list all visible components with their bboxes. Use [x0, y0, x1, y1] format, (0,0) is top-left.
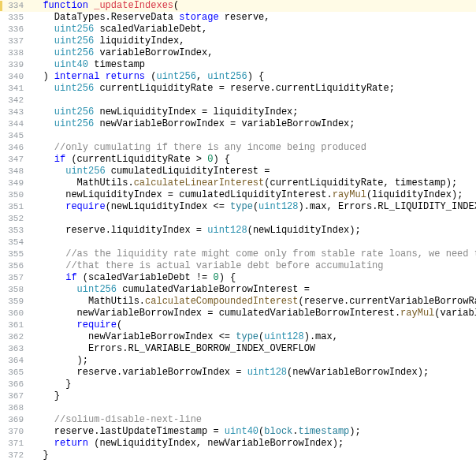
- line-number: 334: [0, 1, 32, 12]
- code-line[interactable]: 342: [0, 95, 476, 106]
- code-line[interactable]: 357 if (scaledVariableDebt != 0) {: [0, 272, 476, 284]
- code-line[interactable]: 353 reserve.liquidityIndex = uint128(new…: [0, 225, 476, 237]
- code-line[interactable]: 334 function _updateIndexes(: [0, 0, 476, 12]
- code-content[interactable]: reserve.liquidityIndex = uint128(newLiqu…: [32, 225, 476, 237]
- line-number: 341: [0, 84, 32, 95]
- line-number: 359: [0, 297, 32, 308]
- code-content[interactable]: uint256 liquidityIndex,: [32, 35, 476, 47]
- code-line[interactable]: 361 require(: [0, 319, 476, 331]
- code-content[interactable]: }: [32, 450, 476, 461]
- code-line[interactable]: 341 uint256 currentLiquidityRate = reser…: [0, 83, 476, 95]
- code-line[interactable]: 368: [0, 402, 476, 414]
- code-content[interactable]: reserve.variableBorrowIndex = uint128(ne…: [32, 367, 476, 379]
- code-content[interactable]: newVariableBorrowIndex = cumulatedVariab…: [32, 308, 476, 319]
- line-number: 360: [0, 308, 32, 319]
- code-content[interactable]: if (currentLiquidityRate > 0) {: [32, 154, 476, 166]
- code-line[interactable]: 344 uint256 newVariableBorrowIndex = var…: [0, 118, 476, 130]
- line-number: 368: [0, 403, 32, 414]
- code-content[interactable]: require(newLiquidityIndex <= type(uint12…: [32, 201, 476, 213]
- code-content[interactable]: uint256 scaledVariableDebt,: [32, 24, 476, 35]
- code-line[interactable]: 348 uint256 cumulatedLiquidityInterest =: [0, 166, 476, 177]
- code-line[interactable]: 372 }: [0, 450, 476, 461]
- code-line[interactable]: 366 }: [0, 379, 476, 390]
- code-content[interactable]: if (scaledVariableDebt != 0) {: [32, 272, 476, 284]
- code-content[interactable]: reserve.lastUpdateTimestamp = uint40(blo…: [32, 426, 476, 438]
- code-line[interactable]: 343 uint256 newLiquidityIndex = liquidit…: [0, 106, 476, 118]
- line-number: 348: [0, 166, 32, 177]
- line-number: 363: [0, 344, 32, 355]
- code-editor[interactable]: 334 function _updateIndexes(335 DataType…: [0, 0, 476, 461]
- line-number: 361: [0, 320, 32, 331]
- line-number: 356: [0, 261, 32, 272]
- line-number: 351: [0, 202, 32, 213]
- line-number: 335: [0, 13, 32, 24]
- line-number: 355: [0, 249, 32, 260]
- line-number: 358: [0, 285, 32, 296]
- code-line[interactable]: 370 reserve.lastUpdateTimestamp = uint40…: [0, 426, 476, 438]
- code-line[interactable]: 350 newLiquidityIndex = cumulatedLiquidi…: [0, 189, 476, 201]
- code-line[interactable]: 347 if (currentLiquidityRate > 0) {: [0, 154, 476, 166]
- code-content[interactable]: uint256 newVariableBorrowIndex = variabl…: [32, 118, 476, 130]
- code-line[interactable]: 356 //that there is actual variable debt…: [0, 260, 476, 272]
- code-line[interactable]: 362 newVariableBorrowIndex <= type(uint1…: [0, 331, 476, 343]
- line-number: 364: [0, 356, 32, 367]
- code-content[interactable]: require(: [32, 319, 476, 331]
- line-number: 339: [0, 60, 32, 71]
- line-number: 346: [0, 143, 32, 154]
- code-line[interactable]: 363 Errors.RL_VARIABLE_BORROW_INDEX_OVER…: [0, 343, 476, 355]
- code-content[interactable]: MathUtils.calculateLinearInterest(curren…: [32, 177, 476, 189]
- code-line[interactable]: 349 MathUtils.calculateLinearInterest(cu…: [0, 177, 476, 189]
- code-content[interactable]: }: [32, 390, 476, 402]
- code-content[interactable]: );: [32, 355, 476, 367]
- code-content[interactable]: DataTypes.ReserveData storage reserve,: [32, 12, 476, 24]
- code-line[interactable]: 346 //only cumulating if there is any in…: [0, 142, 476, 154]
- line-number: 362: [0, 332, 32, 343]
- code-content[interactable]: uint256 newLiquidityIndex = liquidityInd…: [32, 106, 476, 118]
- code-content[interactable]: return (newLiquidityIndex, newVariableBo…: [32, 438, 476, 450]
- code-content[interactable]: MathUtils.calculateCompoundedInterest(re…: [32, 296, 476, 308]
- code-content[interactable]: uint40 timestamp: [32, 59, 476, 71]
- line-number: 352: [0, 214, 32, 225]
- code-line[interactable]: 336 uint256 scaledVariableDebt,: [0, 24, 476, 35]
- line-number: 343: [0, 107, 32, 118]
- code-line[interactable]: 367 }: [0, 390, 476, 402]
- code-content[interactable]: uint256 variableBorrowIndex,: [32, 47, 476, 59]
- code-line[interactable]: 337 uint256 liquidityIndex,: [0, 35, 476, 47]
- code-line[interactable]: 335 DataTypes.ReserveData storage reserv…: [0, 12, 476, 24]
- code-line[interactable]: 352: [0, 213, 476, 225]
- code-content[interactable]: }: [32, 379, 476, 390]
- code-content[interactable]: newVariableBorrowIndex <= type(uint128).…: [32, 331, 476, 343]
- code-content[interactable]: //solium-disable-next-line: [32, 414, 476, 426]
- code-line[interactable]: 369 //solium-disable-next-line: [0, 414, 476, 426]
- line-number: 349: [0, 178, 32, 189]
- code-content[interactable]: //only cumulating if there is any income…: [32, 142, 476, 154]
- code-content[interactable]: uint256 currentLiquidityRate = reserve.c…: [32, 83, 476, 95]
- line-number: 340: [0, 72, 32, 83]
- code-line[interactable]: 345: [0, 130, 476, 142]
- code-line[interactable]: 354: [0, 237, 476, 248]
- code-line[interactable]: 371 return (newLiquidityIndex, newVariab…: [0, 438, 476, 450]
- code-line[interactable]: 355 //as the liquidity rate might come o…: [0, 248, 476, 260]
- line-number: 365: [0, 368, 32, 379]
- code-content[interactable]: uint256 cumulatedVariableBorrowInterest …: [32, 284, 476, 296]
- code-line[interactable]: 340 ) internal returns (uint256, uint256…: [0, 71, 476, 83]
- code-content[interactable]: //that there is actual variable debt bef…: [32, 260, 476, 272]
- code-content[interactable]: //as the liquidity rate might come only …: [32, 248, 476, 260]
- line-number: 366: [0, 379, 32, 390]
- code-content[interactable]: Errors.RL_VARIABLE_BORROW_INDEX_OVERFLOW: [32, 343, 476, 355]
- code-content[interactable]: ) internal returns (uint256, uint256) {: [32, 71, 476, 83]
- code-content[interactable]: function _updateIndexes(: [32, 0, 476, 12]
- code-content[interactable]: uint256 cumulatedLiquidityInterest =: [32, 166, 476, 177]
- code-line[interactable]: 351 require(newLiquidityIndex <= type(ui…: [0, 201, 476, 213]
- code-line[interactable]: 365 reserve.variableBorrowIndex = uint12…: [0, 367, 476, 379]
- code-line[interactable]: 339 uint40 timestamp: [0, 59, 476, 71]
- code-line[interactable]: 359 MathUtils.calculateCompoundedInteres…: [0, 296, 476, 308]
- line-number: 336: [0, 24, 32, 35]
- code-line[interactable]: 364 );: [0, 355, 476, 367]
- code-line[interactable]: 358 uint256 cumulatedVariableBorrowInter…: [0, 284, 476, 296]
- line-number: 342: [0, 95, 32, 106]
- code-content[interactable]: newLiquidityIndex = cumulatedLiquidityIn…: [32, 189, 476, 201]
- code-line[interactable]: 338 uint256 variableBorrowIndex,: [0, 47, 476, 59]
- line-number: 354: [0, 237, 32, 248]
- code-line[interactable]: 360 newVariableBorrowIndex = cumulatedVa…: [0, 308, 476, 319]
